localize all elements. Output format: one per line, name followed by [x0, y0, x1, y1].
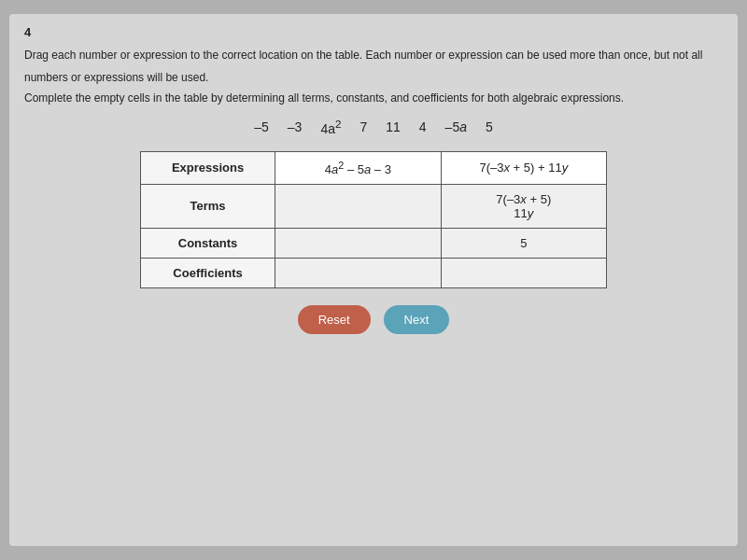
table-row-terms: Terms 7(–3x + 5)11y	[141, 184, 607, 228]
drag-item-3[interactable]: 4a2	[320, 118, 341, 136]
terms-col1[interactable]	[275, 184, 441, 228]
coefficients-col2[interactable]	[441, 258, 606, 287]
table-row-header: Expressions 4a2 – 5a – 3 7(–3x + 5) + 11…	[141, 151, 607, 184]
drag-item-4[interactable]: 7	[359, 119, 367, 134]
page-number: 4	[24, 25, 723, 39]
header-expr1: 4a2 – 5a – 3	[275, 151, 441, 184]
constants-col1[interactable]	[275, 228, 441, 258]
expressions-table: Expressions 4a2 – 5a – 3 7(–3x + 5) + 11…	[140, 151, 607, 288]
next-button[interactable]: Next	[384, 305, 450, 334]
header-label: Expressions	[141, 151, 275, 184]
row-label-terms: Terms	[141, 184, 275, 228]
constants-col2: 5	[441, 228, 606, 258]
page-container: 4 Drag each number or expression to the …	[9, 14, 738, 546]
table-row-constants: Constants 5	[141, 228, 607, 258]
drag-items-row: –5 –3 4a2 7 11 4 –5a 5	[24, 118, 723, 136]
drag-item-5[interactable]: 11	[386, 119, 401, 134]
row-label-coefficients: Coefficients	[141, 258, 275, 287]
sub-instruction: Complete the empty cells in the table by…	[24, 91, 723, 105]
buttons-row: Reset Next	[24, 305, 723, 334]
drag-item-7[interactable]: –5a	[445, 119, 467, 134]
drag-item-8[interactable]: 5	[486, 119, 493, 134]
instruction-line1: Drag each number or expression to the co…	[24, 47, 723, 63]
coefficients-col1[interactable]	[275, 258, 441, 287]
row-label-constants: Constants	[141, 228, 275, 258]
header-expr2: 7(–3x + 5) + 11y	[441, 151, 606, 184]
drag-item-1[interactable]: –5	[254, 119, 269, 134]
table-row-coefficients: Coefficients	[141, 258, 607, 287]
table-container: Expressions 4a2 – 5a – 3 7(–3x + 5) + 11…	[24, 151, 723, 288]
terms-col2: 7(–3x + 5)11y	[441, 184, 606, 228]
instruction-line2: numbers or expressions will be used.	[24, 69, 723, 86]
drag-item-6[interactable]: 4	[419, 119, 427, 134]
reset-button[interactable]: Reset	[298, 305, 371, 334]
drag-item-2[interactable]: –3	[288, 119, 303, 134]
